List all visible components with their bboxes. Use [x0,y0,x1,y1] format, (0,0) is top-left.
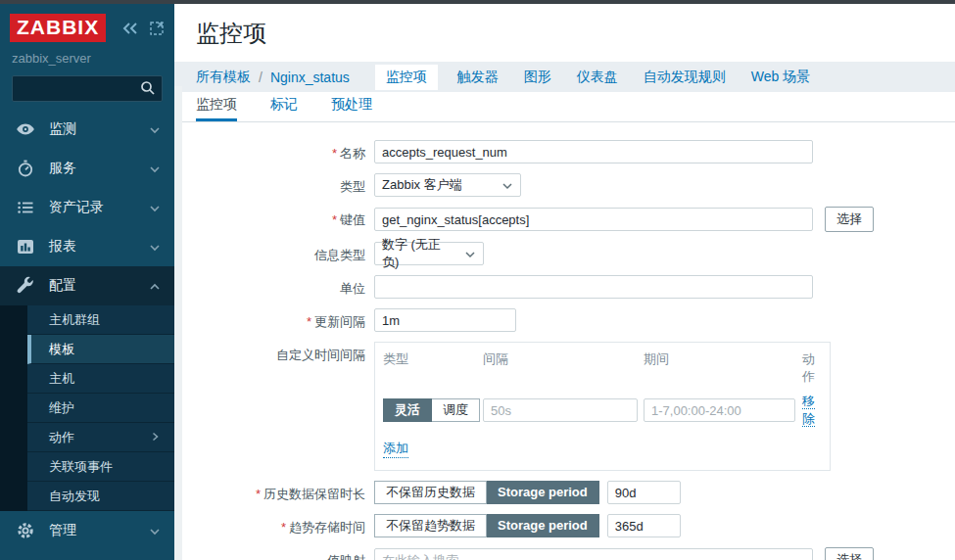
required-marker: * [332,212,337,227]
chevron-down-icon [149,121,161,137]
sidebar-item-label: 报表 [49,238,76,256]
sidebar-item-administration[interactable]: 管理 [0,511,174,550]
submenu-item-actions[interactable]: 动作 [27,423,174,452]
sidebar-item-label: 配置 [49,277,76,295]
sidebar-item-inventory[interactable]: 资产记录 [0,188,174,227]
search-icon[interactable] [140,80,156,99]
flexible-toggle[interactable]: 灵活 [383,398,432,422]
sidebar-item-monitoring[interactable]: 监测 [0,110,174,149]
units-label: 单位 [174,275,374,298]
stopwatch-icon [16,159,35,178]
required-marker: * [281,520,286,535]
key-label: 键值 [340,212,365,227]
key-input[interactable] [374,208,813,231]
col-header-interval: 间隔 [483,350,644,386]
submenu-item-hosts[interactable]: 主机 [27,364,174,394]
history-off-toggle[interactable]: 不保留历史数据 [374,481,487,504]
interval-type-toggle: 灵活 调度 [383,398,480,422]
tab-preprocessing[interactable]: 预处理 [331,96,372,121]
chevron-down-icon [501,178,513,193]
remove-interval-link[interactable]: 移除 [802,394,815,427]
submenu-item-label: 自动发现 [49,482,100,510]
sidebar-item-configuration[interactable]: 配置 [0,266,174,305]
sidebar-item-label: 管理 [49,522,76,539]
submenu-item-templates[interactable]: 模板 [27,335,174,364]
chevron-down-icon [464,247,476,261]
logo-row: ZABBIX [0,4,174,42]
type-select[interactable]: Zabbix 客户端 [374,173,521,197]
bar-chart-icon [16,237,35,257]
trends-label: 趋势存储时间 [289,520,365,535]
sidebar-item-label: 监测 [49,120,76,138]
chevron-down-icon [149,239,161,255]
context-nav: 监控项 触发器 图形 仪表盘 自动发现规则 Web 场景 [375,65,836,90]
context-nav-graphs[interactable]: 图形 [524,69,551,86]
breadcrumb-separator: / [259,70,263,85]
context-nav-discovery-rules[interactable]: 自动发现规则 [644,69,726,86]
context-nav-web-scenarios[interactable]: Web 场景 [751,69,810,86]
form-row-update-interval: *更新间隔 [174,308,955,332]
context-nav-items[interactable]: 监控项 [375,65,438,90]
trends-mode-toggle: 不保留趋势数据 Storage period [374,514,599,537]
context-nav-triggers[interactable]: 触发器 [457,69,499,86]
scheduling-toggle[interactable]: 调度 [432,398,480,422]
update-interval-label: 更新间隔 [314,314,365,329]
sidebar-item-label: 服务 [49,160,76,177]
tab-tags[interactable]: 标记 [270,96,298,121]
tab-item[interactable]: 监控项 [196,96,237,121]
form-row-key: *键值 选择 [174,207,955,232]
interval-input[interactable] [483,398,638,422]
value-type-label: 信息类型 [174,242,374,264]
required-marker: * [256,487,261,501]
collapse-sidebar-icon[interactable] [120,21,140,36]
submenu-item-label: 主机群组 [49,305,100,334]
submenu-item-maintenance[interactable]: 维护 [27,394,174,423]
form-row-type: 类型 Zabbix 客户端 [174,173,955,197]
breadcrumb-link-template[interactable]: Nginx_status [270,70,350,85]
trends-storage-toggle[interactable]: Storage period [487,514,599,537]
trends-off-toggle[interactable]: 不保留趋势数据 [374,514,487,537]
name-input[interactable] [374,140,813,163]
submenu-item-label: 模板 [49,335,74,363]
value-type-select[interactable]: 数字 (无正负) [374,242,484,265]
custom-interval-row: 灵活 调度 移除 [383,393,820,428]
content-left-gutter [174,86,182,560]
item-form: *名称 类型 Zabbix 客户端 *键值 选择 信息 [174,122,955,560]
submenu-item-discovery[interactable]: 自动发现 [27,482,174,511]
required-marker: * [332,146,337,161]
form-row-value-type: 信息类型 数字 (无正负) [174,242,955,265]
zabbix-logo: ZABBIX [10,14,106,42]
update-interval-input[interactable] [374,308,516,332]
chevron-down-icon [149,200,161,215]
submenu-item-host-groups[interactable]: 主机群组 [27,305,174,335]
history-storage-toggle[interactable]: Storage period [487,481,599,504]
breadcrumb-link-all-templates[interactable]: 所有模板 [196,69,251,86]
value-map-label: 值映射 [174,547,374,560]
hide-sidebar-icon[interactable] [149,21,165,36]
add-interval-link[interactable]: 添加 [383,440,408,458]
submenu-item-event-correlation[interactable]: 关联项事件 [27,452,174,482]
key-select-button[interactable]: 选择 [825,207,874,232]
sidebar-menu: 监测 服务 资产记录 [0,110,174,550]
units-input[interactable] [374,275,813,299]
sidebar-item-reports[interactable]: 报表 [0,227,174,266]
form-row-units: 单位 [174,275,955,299]
custom-intervals-label: 自定义时间间隔 [174,342,374,364]
context-nav-dashboards[interactable]: 仪表盘 [577,69,618,86]
submenu-item-label: 关联项事件 [49,452,113,481]
col-header-period: 期间 [644,350,802,386]
form-row-history: *历史数据保留时长 不保留历史数据 Storage period [174,481,955,504]
form-row-trends: *趋势存储时间 不保留趋势数据 Storage period [174,514,955,537]
history-period-input[interactable] [607,481,681,504]
custom-intervals-table: 类型 间隔 期间 动作 灵活 调度 [374,342,831,471]
submenu-item-label: 维护 [49,394,74,422]
value-map-input[interactable] [374,548,813,560]
period-input[interactable] [644,398,795,422]
breadcrumb: 所有模板 / Nginx_status 监控项 触发器 图形 仪表盘 自动发现规… [174,62,955,92]
sidebar-item-services[interactable]: 服务 [0,149,174,188]
page-title: 监控项 [174,4,955,62]
trends-period-input[interactable] [607,514,681,537]
type-select-value: Zabbix 客户端 [382,176,462,194]
value-map-select-button[interactable]: 选择 [825,547,874,560]
server-name: zabbix_server [0,42,174,66]
